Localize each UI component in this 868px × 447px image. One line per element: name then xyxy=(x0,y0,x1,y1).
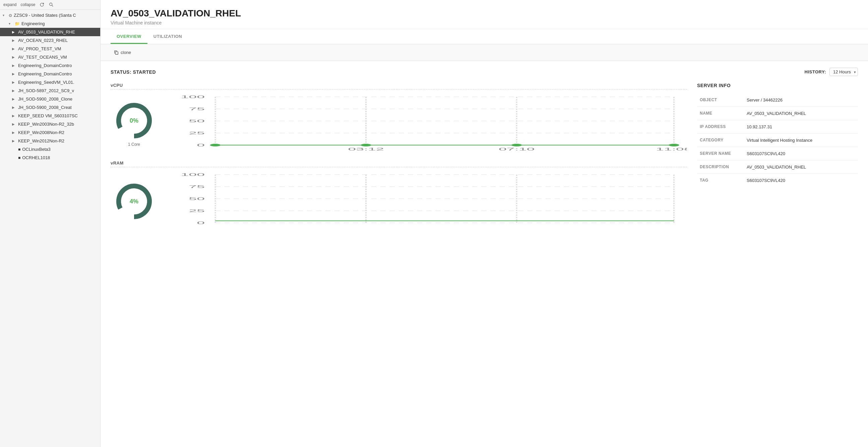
tab-overview[interactable]: OVERVIEW xyxy=(111,29,148,44)
svg-text:50: 50 xyxy=(189,119,205,123)
svg-point-21 xyxy=(361,144,371,147)
server-info-row: SERVER NAME S603107SC9VL420 xyxy=(697,147,858,160)
sidebar-item-root[interactable]: ▾ ⊙ ZZSC9 - United States (Santa C xyxy=(0,11,100,20)
sidebar-item-av0503[interactable]: ▶ AV_0503_VALIDATION_RHE xyxy=(0,28,100,36)
vcpu-percent: 0% xyxy=(130,117,138,124)
server-info-row: NAME AV_0503_VALIDATION_RHEL xyxy=(697,107,858,120)
refresh-icon[interactable] xyxy=(39,2,44,7)
metrics-column: vCPU xyxy=(111,83,687,238)
svg-rect-2 xyxy=(115,52,118,54)
sidebar-item-engseed[interactable]: ▶ Engineering_SeedVM_VL01. xyxy=(0,78,100,87)
sidebar-toolbar: expand collapse xyxy=(0,0,100,10)
history-select[interactable]: 1 Hour 6 Hours 12 Hours 1 Day 1 Week xyxy=(830,68,858,76)
vram-section: vRAM xyxy=(111,160,687,231)
search-icon[interactable] xyxy=(49,2,54,7)
svg-line-1 xyxy=(52,5,53,7)
tab-bar: OVERVIEW UTILIZATION xyxy=(100,29,868,44)
svg-text:100: 100 xyxy=(181,95,205,99)
server-info-key: SERVER NAME xyxy=(697,147,744,160)
svg-point-0 xyxy=(50,3,52,6)
vram-donut-chart: 4% xyxy=(114,181,154,222)
sidebar-item-avocean[interactable]: ▶ AV_OCEAN_0223_RHEL xyxy=(0,36,100,44)
vram-percent: 4% xyxy=(130,198,138,205)
sidebar-tree: ▾ ⊙ ZZSC9 - United States (Santa C ▾ 📁 E… xyxy=(0,10,100,447)
copy-icon xyxy=(114,50,119,55)
svg-point-22 xyxy=(512,144,522,147)
page-title: AV_0503_VALIDATION_RHEL xyxy=(111,8,858,19)
vram-chart-svg: 100 75 50 25 0 xyxy=(163,171,687,231)
action-bar: clone xyxy=(100,44,868,61)
sidebar-item-jhsod5900create[interactable]: ▶ JH_SOD-5900_2008_Creat xyxy=(0,103,100,111)
vram-title: vRAM xyxy=(111,160,687,167)
sidebar-item-oclinux[interactable]: ■ OCLinuxBeta3 xyxy=(0,145,100,154)
sidebar-item-engineering[interactable]: ▾ 📁 Engineering xyxy=(0,20,100,28)
sidebar-item-ocrhel[interactable]: ■ OCRHEL1018 xyxy=(0,154,100,162)
vcpu-donut-wrapper: 0% 1 Core xyxy=(111,100,157,147)
server-info-value: AV_0503_VALIDATION_RHEL xyxy=(744,160,858,174)
vram-row: 4% xyxy=(111,171,687,231)
server-info-key: IP ADDRESS xyxy=(697,120,744,134)
sidebar-item-avprod[interactable]: ▶ AV_PROD_TEST_VM xyxy=(0,44,100,53)
sidebar-item-jhsod5900clone[interactable]: ▶ JH_SOD-5900_2008_Clone xyxy=(0,95,100,103)
sidebar-item-keepwin2012[interactable]: ▶ KEEP_Win2012Non-R2 xyxy=(0,137,100,145)
vcpu-row: 0% 1 Core xyxy=(111,94,687,154)
history-label: HISTORY: xyxy=(805,69,826,74)
server-info-key: TAG xyxy=(697,174,744,187)
svg-point-23 xyxy=(669,144,679,147)
vram-chart: 100 75 50 25 0 xyxy=(163,171,687,231)
server-info-row: OBJECT Server / 34462226 xyxy=(697,94,858,107)
vcpu-core-label: 1 Core xyxy=(128,142,140,147)
server-info-column: SERVER INFO OBJECT Server / 34462226 NAM… xyxy=(697,83,858,238)
two-col-layout: vCPU xyxy=(111,83,858,238)
vcpu-chart: 100 75 50 25 0 xyxy=(163,94,687,154)
sidebar-item-engdc2[interactable]: ▶ Engineering_DomainContro xyxy=(0,70,100,78)
sidebar-item-keepseed[interactable]: ▶ KEEP_SEED VM_S603107SC xyxy=(0,111,100,120)
svg-point-20 xyxy=(210,144,220,147)
expand-button[interactable]: expand xyxy=(3,2,17,7)
svg-text:0: 0 xyxy=(197,143,205,147)
status-label: STATUS: STARTED xyxy=(111,69,156,75)
server-info-row: IP ADDRESS 10.92.137.31 xyxy=(697,120,858,134)
page-subtitle: Virtual Machine instance xyxy=(111,20,858,26)
sidebar-item-keepwin2003[interactable]: ▶ KEEP_Win2003Non-R2_32b xyxy=(0,120,100,128)
server-info-value: AV_0503_VALIDATION_RHEL xyxy=(744,107,858,120)
vcpu-donut-chart: 0% xyxy=(114,100,154,141)
page-header: AV_0503_VALIDATION_RHEL Virtual Machine … xyxy=(100,0,868,29)
collapse-button[interactable]: collapse xyxy=(21,2,35,7)
server-info-title: SERVER INFO xyxy=(697,83,858,88)
history-section: HISTORY: 1 Hour 6 Hours 12 Hours 1 Day 1… xyxy=(805,68,858,76)
svg-text:25: 25 xyxy=(189,131,205,135)
metrics-header: STATUS: STARTED HISTORY: 1 Hour 6 Hours … xyxy=(111,68,858,76)
sidebar-item-jhsod5897[interactable]: ▶ JH_SOD-5897_2012_SC9_v xyxy=(0,87,100,95)
svg-text:03:12: 03:12 xyxy=(348,147,384,151)
svg-text:50: 50 xyxy=(189,197,205,201)
vcpu-chart-svg: 100 75 50 25 0 xyxy=(163,94,687,154)
sidebar-item-keepwin2008[interactable]: ▶ KEEP_Win2008Non-R2 xyxy=(0,128,100,137)
server-info-key: CATEGORY xyxy=(697,134,744,147)
vram-donut-wrapper: 4% xyxy=(111,181,157,222)
sidebar-item-engdc1[interactable]: ▶ Engineering_DomainContro xyxy=(0,61,100,70)
svg-text:75: 75 xyxy=(189,185,205,189)
vcpu-donut-center: 0% xyxy=(130,117,138,124)
vram-donut-center: 4% xyxy=(130,198,138,205)
svg-text:25: 25 xyxy=(189,209,205,213)
tab-utilization[interactable]: UTILIZATION xyxy=(148,29,188,44)
server-info-key: DESCRIPTION xyxy=(697,160,744,174)
svg-text:11:08: 11:08 xyxy=(656,147,687,151)
server-info-value: Virtual Intelligent Hosting Instance xyxy=(744,134,858,147)
vcpu-section: vCPU xyxy=(111,83,687,154)
server-info-value: Server / 34462226 xyxy=(744,94,858,107)
server-info-key: NAME xyxy=(697,107,744,120)
sidebar-item-avtest[interactable]: ▶ AV_TEST_OCEANS_VM xyxy=(0,53,100,61)
main-content: AV_0503_VALIDATION_RHEL Virtual Machine … xyxy=(100,0,868,447)
clone-button[interactable]: clone xyxy=(111,48,134,57)
svg-text:0: 0 xyxy=(197,221,205,225)
svg-text:07:10: 07:10 xyxy=(499,147,535,151)
server-info-key: OBJECT xyxy=(697,94,744,107)
server-info-row: CATEGORY Virtual Intelligent Hosting Ins… xyxy=(697,134,858,147)
server-info-value: 10.92.137.31 xyxy=(744,120,858,134)
svg-text:75: 75 xyxy=(189,107,205,111)
content-area: clone STATUS: STARTED HISTORY: 1 Hour 6 … xyxy=(100,44,868,248)
vcpu-title: vCPU xyxy=(111,83,687,90)
server-info-table: OBJECT Server / 34462226 NAME AV_0503_VA… xyxy=(697,94,858,187)
